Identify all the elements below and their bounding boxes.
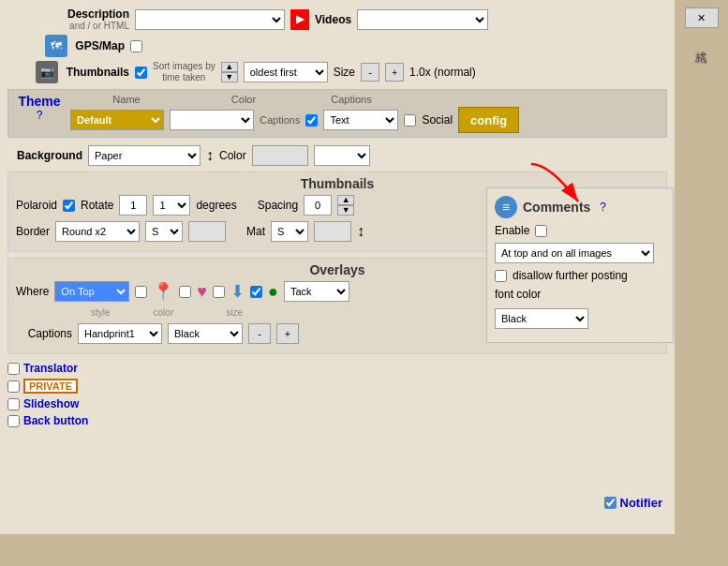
sort-up[interactable]: ▲ — [221, 62, 238, 72]
name-col-label: Name — [80, 94, 173, 105]
style-label: style — [91, 307, 111, 318]
disallow-checkbox[interactable] — [495, 270, 507, 282]
theme-color-select[interactable] — [170, 110, 254, 130]
tack-select[interactable]: Tack None Pin — [284, 281, 349, 302]
where-label: Where — [16, 285, 49, 298]
thumbnails-row: 📷 Thumbnails Sort images bytime taken ▲ … — [7, 61, 667, 83]
social-label: Social — [422, 113, 453, 127]
thumbnails-label: Thumbnails — [64, 66, 129, 79]
background-select[interactable]: Paper None Custom — [88, 145, 201, 166]
desc-sublabel: and / or HTML — [69, 21, 129, 31]
videos-label: Videos — [315, 13, 351, 26]
size-plus-button[interactable]: + — [385, 63, 404, 82]
heart-icon: ♥ — [197, 282, 207, 302]
bg-color-select[interactable] — [314, 145, 370, 166]
private-badge: PRIVATE — [23, 379, 78, 394]
theme-name-select[interactable]: Default Modern Classic — [70, 110, 164, 130]
back-label: Back button — [23, 414, 88, 427]
slideshow-row: Slideshow — [7, 397, 667, 410]
gps-row: 🗺 GPS/Map — [7, 35, 667, 57]
color-label: Color — [219, 149, 246, 162]
config-button[interactable]: config — [458, 107, 519, 133]
overlay-cb3[interactable] — [213, 286, 225, 298]
enable-checkbox[interactable] — [535, 225, 547, 237]
camera-icon: 📷 — [36, 61, 58, 83]
font-color-select[interactable]: Black White Red — [495, 308, 588, 329]
theme-help-link[interactable]: ? — [37, 109, 43, 122]
youtube-button[interactable]: ▶ — [290, 9, 309, 30]
comments-position-row: At top and on all images At bottom Disab… — [495, 243, 665, 263]
bg-resize-icon[interactable]: ↕ — [206, 147, 214, 164]
border-s-select[interactable]: SML — [145, 221, 183, 242]
overlay-cb1[interactable] — [135, 286, 147, 298]
border-select[interactable]: Round x2 None Square — [55, 221, 140, 242]
spacing-label: Spacing — [258, 199, 298, 212]
translator-row: Translator — [7, 362, 667, 375]
size-value: 1.0x (normal) — [409, 66, 476, 79]
font-color-label: font color — [495, 288, 665, 301]
right-strip: ✕ 格式 — [675, 0, 728, 566]
sort-down[interactable]: ▼ — [221, 72, 238, 82]
sort-order-select[interactable]: oldest first — [244, 62, 328, 82]
spacing-down[interactable]: ▼ — [337, 205, 354, 216]
background-label: Background — [7, 149, 82, 162]
position-select[interactable]: At top and on all images At bottom Disab… — [495, 243, 654, 263]
mat-color-swatch[interactable] — [314, 221, 351, 242]
sort-label: Sort images bytime taken — [153, 61, 215, 83]
enable-label: Enable — [495, 224, 529, 237]
captions-plus-button[interactable]: + — [276, 323, 299, 344]
social-checkbox[interactable] — [404, 114, 416, 127]
theme-label: Theme — [18, 94, 60, 109]
background-section: Background Paper None Custom ↕ Color — [7, 145, 667, 166]
comments-enable-row: Enable — [495, 224, 665, 237]
mat-resize-icon[interactable]: ↕ — [357, 223, 364, 240]
bg-color-swatch[interactable] — [252, 145, 308, 166]
rotate-input[interactable] — [119, 195, 147, 216]
captions-style-select[interactable]: Handprint1 Arial Times — [78, 323, 162, 344]
comments-title-row: ≡ Comments ? — [495, 196, 665, 218]
arrow-icon: ⬇ — [230, 281, 245, 302]
notifier-label: Notifier — [620, 496, 663, 510]
back-checkbox[interactable] — [7, 415, 20, 427]
spacing-up[interactable]: ▲ — [337, 195, 354, 205]
polaroid-checkbox[interactable] — [63, 200, 75, 212]
spacing-input[interactable] — [304, 195, 332, 216]
comments-title: Comments — [523, 200, 590, 215]
size-minus-button[interactable]: - — [361, 63, 379, 82]
comments-help-link[interactable]: ? — [600, 201, 606, 214]
rotate-select[interactable]: 1 — [153, 195, 190, 216]
thumbnails-checkbox[interactable] — [135, 67, 147, 79]
videos-select[interactable] — [357, 9, 488, 30]
captions-color-select[interactable]: Black White Red — [168, 323, 243, 344]
pin-icon: 📍 — [153, 281, 173, 302]
close-button[interactable]: ✕ — [685, 7, 719, 28]
border-color-swatch[interactable] — [188, 221, 226, 242]
size-label: Size — [334, 66, 355, 79]
green-icon: ● — [268, 282, 278, 302]
mat-label: Mat — [246, 225, 265, 238]
slideshow-label: Slideshow — [23, 397, 79, 410]
captions-label-ovl: Captions — [16, 327, 72, 340]
gps-checkbox[interactable] — [130, 40, 142, 52]
theme-caption-select[interactable]: Text None Below — [323, 110, 398, 130]
captions-checkbox[interactable] — [305, 114, 318, 127]
back-row: Back button — [7, 414, 667, 427]
captions-inline-label: Captions — [260, 114, 300, 126]
spacing-spin: ▲ ▼ — [337, 195, 354, 216]
overlay-cb2[interactable] — [179, 286, 191, 298]
comments-panel: ≡ Comments ? Enable At top and on all im… — [486, 187, 674, 343]
overlay-cb4[interactable] — [250, 286, 262, 298]
slideshow-checkbox[interactable] — [7, 398, 20, 410]
font-color-row: font color — [495, 288, 665, 303]
captions-col-label: Captions — [314, 94, 389, 105]
notifier-checkbox[interactable] — [604, 497, 617, 509]
disallow-row: disallow further posting — [495, 269, 665, 282]
sort-spin: ▲ ▼ — [221, 62, 238, 82]
private-checkbox[interactable] — [7, 380, 20, 393]
where-select[interactable]: On Top Below None — [54, 281, 129, 302]
disallow-label: disallow further posting — [513, 269, 628, 282]
description-select[interactable] — [135, 9, 285, 30]
captions-minus-button[interactable]: - — [248, 323, 271, 344]
translator-checkbox[interactable] — [7, 363, 20, 375]
mat-s-select[interactable]: SML — [271, 221, 308, 242]
